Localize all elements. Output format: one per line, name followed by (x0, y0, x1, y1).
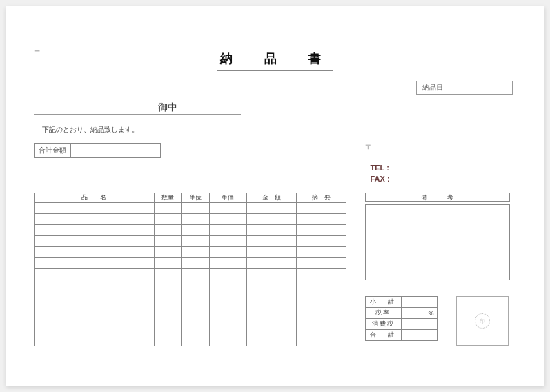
sender-tel-label: TEL : (371, 164, 389, 172)
cell-unit (181, 313, 209, 324)
summary-total-value (401, 330, 437, 341)
remarks-wrap: 備 考 (365, 193, 510, 280)
cell-qty (154, 291, 181, 302)
sender-postal-mark: 〒 (365, 141, 373, 152)
delivery-date-value (449, 81, 513, 95)
cell-price (209, 258, 246, 269)
table-row (34, 280, 346, 291)
cell-qty (154, 269, 181, 280)
summary-taxrate-row: 税率 % (365, 308, 437, 319)
remarks-body (365, 204, 510, 280)
document-title: 納 品 書 (31, 26, 520, 67)
cell-price (209, 324, 246, 335)
cell-amount (246, 225, 296, 236)
table-row (34, 203, 346, 214)
cell-note (296, 247, 346, 258)
cell-price (209, 335, 246, 346)
cell-price (209, 313, 246, 324)
header-amount: 金 額 (246, 193, 296, 203)
cell-name (34, 302, 154, 313)
cell-price (209, 225, 246, 236)
cell-price (209, 236, 246, 247)
cell-unit (181, 280, 209, 291)
cell-amount (246, 302, 296, 313)
cell-qty (154, 236, 181, 247)
cell-unit (181, 291, 209, 302)
tax-value (401, 319, 437, 330)
cell-price (209, 203, 246, 214)
cell-name (34, 324, 154, 335)
cell-name (34, 313, 154, 324)
cell-amount (246, 324, 296, 335)
cell-amount (246, 269, 296, 280)
cell-note (296, 302, 346, 313)
cell-qty (154, 280, 181, 291)
grand-total-value (71, 143, 161, 158)
table-row (34, 214, 346, 225)
cell-unit (181, 335, 209, 346)
title-underline (217, 70, 333, 71)
cell-amount (246, 280, 296, 291)
cell-note (296, 291, 346, 302)
addressee-suffix: 御中 (158, 101, 177, 114)
addressee-underline (34, 114, 241, 115)
cell-qty (154, 258, 181, 269)
cell-amount (246, 291, 296, 302)
cell-note (296, 225, 346, 236)
taxrate-value: % (401, 308, 437, 319)
cell-name (34, 269, 154, 280)
cell-note (296, 214, 346, 225)
cell-amount (246, 236, 296, 247)
cell-unit (181, 302, 209, 313)
cell-name (34, 258, 154, 269)
cell-amount (246, 247, 296, 258)
cell-name (34, 280, 154, 291)
table-row (34, 302, 346, 313)
table-row (34, 313, 346, 324)
header-price: 単価 (209, 193, 246, 203)
table-row (34, 324, 346, 335)
subtotal-label: 小 計 (365, 297, 401, 308)
delivery-date-label: 納品日 (416, 81, 449, 95)
summary-subtotal-row: 小 計 (365, 297, 437, 308)
cell-amount (246, 313, 296, 324)
cell-note (296, 203, 346, 214)
summary-total-row: 合 計 (365, 330, 437, 341)
items-table: 品 名 数量 単位 単価 金 額 摘 要 (34, 193, 346, 346)
cell-unit (181, 225, 209, 236)
taxrate-label: 税率 (365, 308, 401, 319)
cell-unit (181, 324, 209, 335)
cell-amount (246, 335, 296, 346)
header-qty: 数量 (154, 193, 181, 203)
header-name: 品 名 (34, 193, 154, 203)
cell-qty (154, 214, 181, 225)
intro-text: 下記のとおり、納品致します。 (42, 125, 139, 135)
table-row (34, 269, 346, 280)
cell-amount (246, 258, 296, 269)
items-header-row: 品 名 数量 単位 単価 金 額 摘 要 (34, 193, 346, 203)
cell-price (209, 280, 246, 291)
cell-price (209, 214, 246, 225)
cell-name (34, 236, 154, 247)
cell-unit (181, 203, 209, 214)
table-row (34, 247, 346, 258)
cell-name (34, 247, 154, 258)
table-row (34, 236, 346, 247)
cell-note (296, 280, 346, 291)
header-unit: 単位 (181, 193, 209, 203)
cell-qty (154, 302, 181, 313)
header-note: 摘 要 (296, 193, 346, 203)
cell-note (296, 313, 346, 324)
summary-table: 小 計 税率 % 消費税 合 計 (365, 296, 438, 341)
cell-name (34, 291, 154, 302)
table-row (34, 258, 346, 269)
cell-note (296, 258, 346, 269)
cell-name (34, 225, 154, 236)
remarks-header: 備 考 (365, 193, 510, 202)
seal-box: 印 (456, 296, 509, 346)
table-row (34, 291, 346, 302)
delivery-slip-page: 〒 納 品 書 納品日 御中 下記のとおり、納品致します。 合計金額 〒 TEL… (6, 6, 544, 386)
cell-qty (154, 324, 181, 335)
summary-total-label: 合 計 (365, 330, 401, 341)
cell-price (209, 291, 246, 302)
